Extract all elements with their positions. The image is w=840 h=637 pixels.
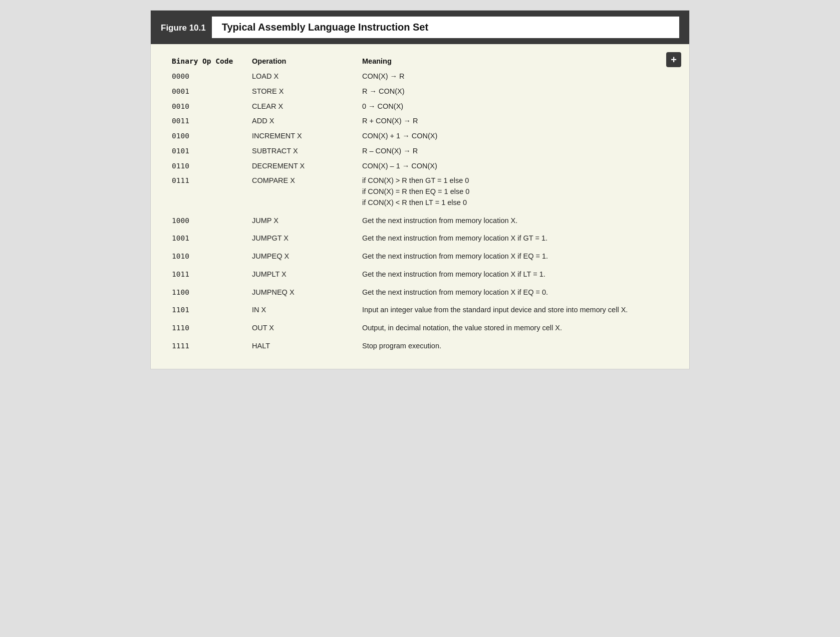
table-row: 0100INCREMENT XCON(X) + 1 → CON(X) — [166, 129, 674, 144]
table-row: 1111HALTStop program execution. — [166, 336, 674, 354]
cell-meaning: Get the next instruction from memory loc… — [356, 210, 674, 229]
cell-meaning: Stop program execution. — [356, 336, 674, 354]
cell-meaning: 0 → CON(X) — [356, 99, 674, 114]
cell-meaning: Get the next instruction from memory loc… — [356, 264, 674, 282]
cell-binary: 0000 — [166, 69, 246, 84]
cell-operation: JUMP X — [246, 210, 356, 229]
table-row: 1011JUMPLT XGet the next instruction fro… — [166, 264, 674, 282]
cell-meaning: Output, in decimal notation, the value s… — [356, 318, 674, 336]
table-row: 1001JUMPGT XGet the next instruction fro… — [166, 228, 674, 246]
cell-binary: 1101 — [166, 300, 246, 318]
cell-meaning: R + CON(X) → R — [356, 114, 674, 129]
cell-binary: 1100 — [166, 282, 246, 300]
cell-binary: 0100 — [166, 129, 246, 144]
cell-meaning: R – CON(X) → R — [356, 144, 674, 159]
cell-operation: JUMPLT X — [246, 264, 356, 282]
cell-binary: 1110 — [166, 318, 246, 336]
cell-meaning: Get the next instruction from memory loc… — [356, 282, 674, 300]
page-container: Figure 10.1 Typical Assembly Language In… — [150, 10, 690, 369]
instruction-table: Binary Op Code Operation Meaning 0000LOA… — [166, 54, 674, 354]
table-row: 1010JUMPEQ XGet the next instruction fro… — [166, 246, 674, 264]
table-row: 1101IN XInput an integer value from the … — [166, 300, 674, 318]
cell-operation: JUMPNEQ X — [246, 282, 356, 300]
cell-binary: 0010 — [166, 99, 246, 114]
cell-binary: 0001 — [166, 84, 246, 99]
cell-meaning: Input an integer value from the standard… — [356, 300, 674, 318]
cell-binary: 1011 — [166, 264, 246, 282]
header-meaning: Meaning — [356, 54, 674, 69]
table-header-row: Binary Op Code Operation Meaning — [166, 54, 674, 69]
cell-meaning: CON(X) + 1 → CON(X) — [356, 129, 674, 144]
table-row: 0000LOAD XCON(X) → R — [166, 69, 674, 84]
cell-operation: HALT — [246, 336, 356, 354]
table-row: 1000JUMP XGet the next instruction from … — [166, 210, 674, 229]
cell-binary: 1111 — [166, 336, 246, 354]
cell-operation: ADD X — [246, 114, 356, 129]
cell-operation: DECREMENT X — [246, 159, 356, 174]
header-binary: Binary Op Code — [166, 54, 246, 69]
table-row: 0111COMPARE Xif CON(X) > R then GT = 1 e… — [166, 173, 674, 210]
figure-title: Typical Assembly Language Instruction Se… — [222, 22, 428, 33]
header-operation: Operation — [246, 54, 356, 69]
cell-operation: IN X — [246, 300, 356, 318]
table-row: 1100JUMPNEQ XGet the next instruction fr… — [166, 282, 674, 300]
table-row: 0101SUBTRACT XR – CON(X) → R — [166, 144, 674, 159]
table-row: 0001STORE XR → CON(X) — [166, 84, 674, 99]
cell-meaning: Get the next instruction from memory loc… — [356, 228, 674, 246]
figure-header: Figure 10.1 Typical Assembly Language In… — [151, 11, 689, 44]
table-container: + Binary Op Code Operation Meaning 0000L… — [151, 44, 689, 369]
cell-operation: OUT X — [246, 318, 356, 336]
cell-binary: 0110 — [166, 159, 246, 174]
figure-header-inner: Typical Assembly Language Instruction Se… — [212, 17, 679, 38]
cell-operation: JUMPGT X — [246, 228, 356, 246]
cell-meaning: CON(X) – 1 → CON(X) — [356, 159, 674, 174]
table-row: 0110DECREMENT XCON(X) – 1 → CON(X) — [166, 159, 674, 174]
table-row: 0010CLEAR X0 → CON(X) — [166, 99, 674, 114]
cell-operation: STORE X — [246, 84, 356, 99]
cell-operation: LOAD X — [246, 69, 356, 84]
cell-meaning: Get the next instruction from memory loc… — [356, 246, 674, 264]
cell-operation: JUMPEQ X — [246, 246, 356, 264]
cell-meaning: R → CON(X) — [356, 84, 674, 99]
table-row: 1110OUT XOutput, in decimal notation, th… — [166, 318, 674, 336]
cell-binary: 1001 — [166, 228, 246, 246]
cell-meaning: CON(X) → R — [356, 69, 674, 84]
cell-operation: COMPARE X — [246, 173, 356, 210]
cell-binary: 0101 — [166, 144, 246, 159]
cell-operation: CLEAR X — [246, 99, 356, 114]
table-row: 0011ADD XR + CON(X) → R — [166, 114, 674, 129]
cell-binary: 1010 — [166, 246, 246, 264]
cell-binary: 1000 — [166, 210, 246, 229]
cell-operation: SUBTRACT X — [246, 144, 356, 159]
cell-binary: 0011 — [166, 114, 246, 129]
cell-operation: INCREMENT X — [246, 129, 356, 144]
figure-label: Figure 10.1 — [161, 23, 206, 33]
cell-binary: 0111 — [166, 173, 246, 210]
add-button[interactable]: + — [666, 52, 681, 67]
cell-meaning: if CON(X) > R then GT = 1 else 0if CON(X… — [356, 173, 674, 210]
